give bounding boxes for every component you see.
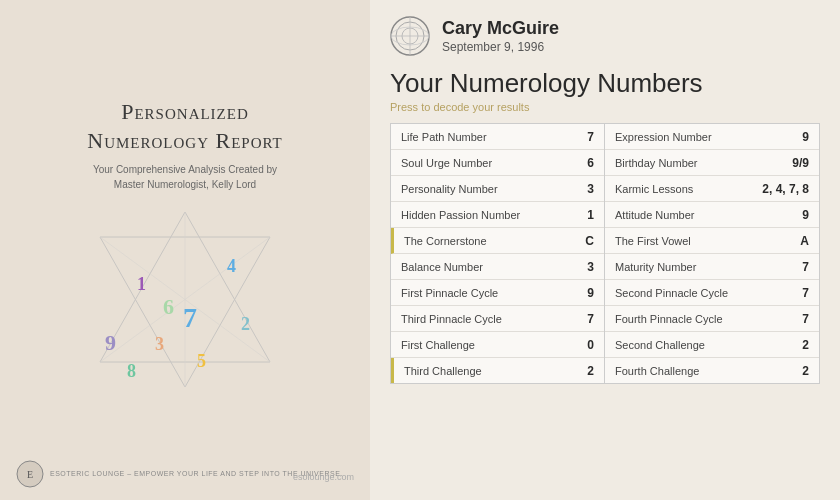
user-name: Cary McGuire [442, 18, 559, 40]
cell-value: 2 [802, 364, 809, 378]
cell-label: Balance Number [401, 261, 483, 273]
svg-text:6: 6 [163, 294, 174, 319]
cell-value: 7 [802, 312, 809, 326]
cell-label: Hidden Passion Number [401, 209, 520, 221]
cell-label: Expression Number [615, 131, 712, 143]
cell-value: 6 [587, 156, 594, 170]
cell-label: First Pinnacle Cycle [401, 287, 498, 299]
svg-text:E: E [27, 469, 33, 480]
user-info: Cary McGuire September 9, 1996 [442, 18, 559, 54]
cell-value: 7 [587, 130, 594, 144]
grid-cell-left-6[interactable]: First Pinnacle Cycle9 [391, 280, 604, 306]
cell-value: 9/9 [792, 156, 809, 170]
cell-value: 7 [802, 260, 809, 274]
cell-value: 7 [587, 312, 594, 326]
cell-value: 3 [587, 260, 594, 274]
cell-label: Second Challenge [615, 339, 705, 351]
svg-text:8: 8 [127, 361, 136, 381]
grid-cell-right-3[interactable]: Attitude Number9 [605, 202, 819, 228]
grid-cell-left-0[interactable]: Life Path Number7 [391, 124, 604, 150]
svg-text:7: 7 [183, 302, 197, 333]
cell-value: 2, 4, 7, 8 [762, 182, 809, 196]
section-subtitle: Press to decode your results [390, 101, 820, 113]
user-avatar-icon [390, 16, 430, 56]
grid-cell-left-4[interactable]: The CornerstoneC [391, 228, 604, 254]
svg-text:3: 3 [155, 334, 164, 354]
cell-value: 9 [802, 130, 809, 144]
cell-label: Attitude Number [615, 209, 694, 221]
cell-label: Birthday Number [615, 157, 698, 169]
cell-label: Second Pinnacle Cycle [615, 287, 728, 299]
cell-value: 0 [587, 338, 594, 352]
cell-value: 1 [587, 208, 594, 222]
grid-cell-right-9[interactable]: Fourth Challenge2 [605, 358, 819, 383]
grid-cell-right-6[interactable]: Second Pinnacle Cycle7 [605, 280, 819, 306]
grid-cell-left-7[interactable]: Third Pinnacle Cycle7 [391, 306, 604, 332]
cell-label: Third Challenge [404, 365, 482, 377]
grid-cell-right-2[interactable]: Karmic Lessons2, 4, 7, 8 [605, 176, 819, 202]
section-title: Your Numerology Numbers [390, 68, 820, 99]
cell-label: Maturity Number [615, 261, 696, 273]
cell-label: Personality Number [401, 183, 498, 195]
left-panel: Personalized Numerology Report Your Comp… [0, 0, 370, 500]
grid-cell-left-1[interactable]: Soul Urge Number6 [391, 150, 604, 176]
grid-cell-right-5[interactable]: Maturity Number7 [605, 254, 819, 280]
cell-value: 3 [587, 182, 594, 196]
user-header: Cary McGuire September 9, 1996 [390, 16, 820, 56]
star-graphic: 1 4 6 7 3 5 2 9 8 [75, 202, 295, 402]
cell-label: Karmic Lessons [615, 183, 693, 195]
cell-value: 9 [802, 208, 809, 222]
svg-text:9: 9 [105, 330, 116, 355]
cell-label: Fourth Challenge [615, 365, 699, 377]
grid-cell-right-0[interactable]: Expression Number9 [605, 124, 819, 150]
grid-cell-right-4[interactable]: The First VowelA [605, 228, 819, 254]
grid-cell-right-1[interactable]: Birthday Number9/9 [605, 150, 819, 176]
cell-label: Soul Urge Number [401, 157, 492, 169]
left-column: Life Path Number7Soul Urge Number6Person… [391, 124, 605, 383]
right-panel: Cary McGuire September 9, 1996 Your Nume… [370, 0, 840, 500]
cell-label: Fourth Pinnacle Cycle [615, 313, 723, 325]
cell-value: 2 [587, 364, 594, 378]
svg-text:4: 4 [227, 256, 236, 276]
grid-cell-left-5[interactable]: Balance Number3 [391, 254, 604, 280]
grid-cell-right-7[interactable]: Fourth Pinnacle Cycle7 [605, 306, 819, 332]
svg-text:1: 1 [137, 274, 146, 294]
cell-value: 9 [587, 286, 594, 300]
grid-cell-left-9[interactable]: Third Challenge2 [391, 358, 604, 383]
svg-text:5: 5 [197, 351, 206, 371]
cell-label: First Challenge [401, 339, 475, 351]
numbers-grid: Life Path Number7Soul Urge Number6Person… [390, 123, 820, 384]
report-subtitle: Your Comprehensive Analysis Created by M… [93, 162, 277, 192]
brand-logo-icon: E [16, 460, 44, 488]
cell-value: A [800, 234, 809, 248]
grid-cell-left-2[interactable]: Personality Number3 [391, 176, 604, 202]
grid-cell-left-3[interactable]: Hidden Passion Number1 [391, 202, 604, 228]
cell-label: The First Vowel [615, 235, 691, 247]
cell-value: C [585, 234, 594, 248]
cell-label: The Cornerstone [404, 235, 487, 247]
grid-cell-right-8[interactable]: Second Challenge2 [605, 332, 819, 358]
report-title: Personalized Numerology Report [87, 98, 283, 155]
right-column: Expression Number9Birthday Number9/9Karm… [605, 124, 819, 383]
cell-label: Third Pinnacle Cycle [401, 313, 502, 325]
grid-cell-left-8[interactable]: First Challenge0 [391, 332, 604, 358]
cell-value: 2 [802, 338, 809, 352]
user-date: September 9, 1996 [442, 40, 559, 54]
svg-text:2: 2 [241, 314, 250, 334]
cell-value: 7 [802, 286, 809, 300]
cell-label: Life Path Number [401, 131, 487, 143]
website-url: esolounge.com [293, 472, 354, 482]
